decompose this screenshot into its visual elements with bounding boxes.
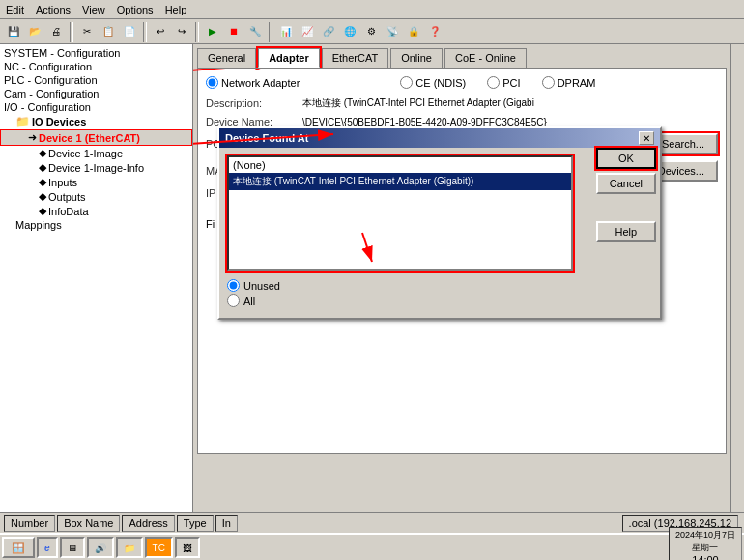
taskbar: 🪟 e 🖥 🔊 📁 TC 🖼 2024年10月7日 星期一 14:00: [0, 533, 744, 560]
tab-online[interactable]: Online: [390, 48, 443, 68]
sidebar-item-io-devices[interactable]: 📁 IO Devices: [0, 114, 192, 129]
tb-stop[interactable]: ⏹: [224, 22, 243, 42]
sidebar-item-device1-image-info[interactable]: ◆ Device 1-Image-Info: [0, 160, 192, 175]
dialog-help-button[interactable]: Help: [596, 221, 656, 242]
tab-coe-online[interactable]: CoE - Online: [444, 48, 527, 68]
tb-paste[interactable]: 📄: [120, 22, 139, 42]
dialog-title-bar: Device Found At ✕: [219, 128, 660, 148]
svg-line-1: [193, 69, 271, 78]
sidebar-item-inputs[interactable]: ◆ Inputs: [0, 175, 192, 189]
sidebar-item-device1-image-info-label: Device 1-Image-Info: [48, 162, 144, 174]
dialog-button-group: OK Cancel Help: [596, 148, 656, 242]
list-item-device[interactable]: 本地连接 (TwinCAT-Intel PCI Ethernet Adapter…: [229, 173, 571, 190]
status-number: Number: [4, 515, 55, 532]
device1-image-info-icon: ◆: [39, 161, 46, 174]
list-item-none[interactable]: (None): [229, 157, 571, 173]
radio-unused[interactable]: Unused: [227, 279, 573, 292]
tb-sep3: [195, 22, 199, 42]
menu-actions[interactable]: Actions: [30, 2, 76, 17]
sidebar-item-cam[interactable]: Cam - Configuration: [0, 87, 192, 100]
menu-view[interactable]: View: [76, 2, 111, 17]
menu-help[interactable]: Help: [159, 2, 193, 17]
tab-general[interactable]: General: [197, 48, 256, 68]
sidebar-item-plc-label: PLC - Configuration: [4, 74, 98, 86]
dialog-ok-button[interactable]: OK: [596, 148, 656, 169]
radio-all[interactable]: All: [227, 294, 573, 307]
sidebar-item-infodata[interactable]: ◆ InfoData: [0, 204, 192, 218]
tb-build[interactable]: 🔧: [245, 22, 265, 42]
sidebar-item-device1-image-label: Device 1-Image: [48, 148, 123, 159]
sidebar: SYSTEM - Configuration NC - Configuratio…: [0, 44, 193, 512]
tb-network[interactable]: 📡: [383, 22, 402, 42]
task-speaker[interactable]: 🔊: [87, 537, 114, 558]
radio-unused-input[interactable]: [227, 279, 240, 292]
dialog-cancel-button[interactable]: Cancel: [596, 173, 656, 194]
tb-security[interactable]: 🔒: [404, 22, 423, 42]
tab-adapter[interactable]: Adapter: [258, 48, 320, 68]
io-devices-icon: 📁: [15, 115, 30, 128]
sidebar-item-nc-label: NC - Configuration: [4, 61, 92, 72]
sidebar-item-outputs-label: Outputs: [48, 191, 86, 203]
tb-settings[interactable]: ⚙: [361, 22, 381, 42]
tb-new[interactable]: 💾: [4, 22, 23, 42]
sidebar-item-nc[interactable]: NC - Configuration: [0, 60, 192, 73]
tb-chart1[interactable]: 📊: [276, 22, 296, 42]
tb-open[interactable]: 📂: [25, 22, 44, 42]
outputs-icon: ◆: [39, 190, 46, 203]
dialog-title-text: Device Found At: [225, 132, 308, 144]
sidebar-item-io-config[interactable]: I/O - Configuration: [0, 100, 192, 114]
radio-all-label: All: [243, 295, 255, 307]
tb-cut[interactable]: ✂: [77, 22, 97, 42]
sidebar-item-device1-label: Device 1 (EtherCAT): [39, 132, 140, 144]
content-area: General Adapter EtherCAT Online CoE - On…: [193, 44, 730, 512]
sidebar-item-outputs[interactable]: ◆ Outputs: [0, 189, 192, 204]
sidebar-item-io-config-label: I/O - Configuration: [4, 101, 91, 113]
menu-options[interactable]: Options: [111, 2, 159, 17]
taskbar-weekday: 星期一: [675, 542, 735, 554]
tab-bar: General Adapter EtherCAT Online CoE - On…: [197, 48, 727, 68]
task-monitor[interactable]: 🖥: [60, 537, 85, 558]
radio-all-input[interactable]: [227, 294, 240, 307]
tb-copy[interactable]: 📋: [99, 22, 118, 42]
dialog-body: (None) 本地连接 (TwinCAT-Intel PCI Ethernet …: [219, 148, 660, 318]
ie-icon: e: [44, 543, 50, 553]
taskbar-date: 2024年10月7日: [675, 529, 735, 542]
task-ie[interactable]: e: [37, 537, 58, 558]
tb-link[interactable]: 🔗: [319, 22, 338, 42]
tb-play[interactable]: ▶: [203, 22, 222, 42]
sidebar-item-device1[interactable]: ➜ Device 1 (EtherCAT): [0, 129, 192, 146]
sidebar-item-plc[interactable]: PLC - Configuration: [0, 73, 192, 87]
task-app2[interactable]: 🖼: [175, 537, 200, 558]
status-type: Type: [177, 515, 214, 532]
taskbar-time: 14:00: [675, 554, 735, 560]
sidebar-item-inputs-label: Inputs: [48, 177, 77, 188]
sidebar-item-mappings-label: Mappings: [15, 219, 62, 231]
sidebar-item-system[interactable]: SYSTEM - Configuration: [0, 46, 192, 60]
sidebar-item-mappings[interactable]: Mappings: [0, 218, 192, 232]
menubar: Edit Actions View Options Help: [0, 0, 744, 19]
tb-redo[interactable]: ↪: [172, 22, 191, 42]
statusbar: Number Box Name Address Type In .ocal (1…: [0, 512, 744, 533]
toolbar: 💾 📂 🖨 ✂ 📋 📄 ↩ ↪ ▶ ⏹ 🔧 📊 📈 🔗 🌐 ⚙ 📡 🔒 ❓: [0, 19, 744, 44]
tb-save[interactable]: 🖨: [46, 22, 66, 42]
start-button[interactable]: 🪟: [2, 537, 35, 558]
spacer: [596, 198, 656, 217]
tb-undo[interactable]: ↩: [151, 22, 170, 42]
tb-chart2[interactable]: 📈: [298, 22, 317, 42]
tb-sep4: [269, 22, 272, 42]
device-list-box[interactable]: (None) 本地连接 (TwinCAT-Intel PCI Ethernet …: [227, 155, 573, 271]
infodata-icon: ◆: [39, 205, 46, 217]
tb-web[interactable]: 🌐: [340, 22, 359, 42]
tab-ethercat[interactable]: EtherCAT: [322, 48, 388, 68]
tb-help[interactable]: ❓: [425, 22, 444, 42]
task-twincat[interactable]: TC: [145, 537, 173, 558]
sidebar-item-device1-image[interactable]: ◆ Device 1-Image: [0, 146, 192, 160]
menu-edit[interactable]: Edit: [0, 2, 30, 17]
dialog-close-button[interactable]: ✕: [639, 131, 654, 145]
taskbar-datetime: 2024年10月7日 星期一 14:00: [669, 527, 742, 560]
radio-unused-label: Unused: [243, 280, 280, 292]
filter-radio-group: Unused All: [227, 279, 573, 307]
main-layout: SYSTEM - Configuration NC - Configuratio…: [0, 44, 744, 512]
task-folder[interactable]: 📁: [116, 537, 143, 558]
sidebar-item-infodata-label: InfoData: [48, 206, 89, 217]
